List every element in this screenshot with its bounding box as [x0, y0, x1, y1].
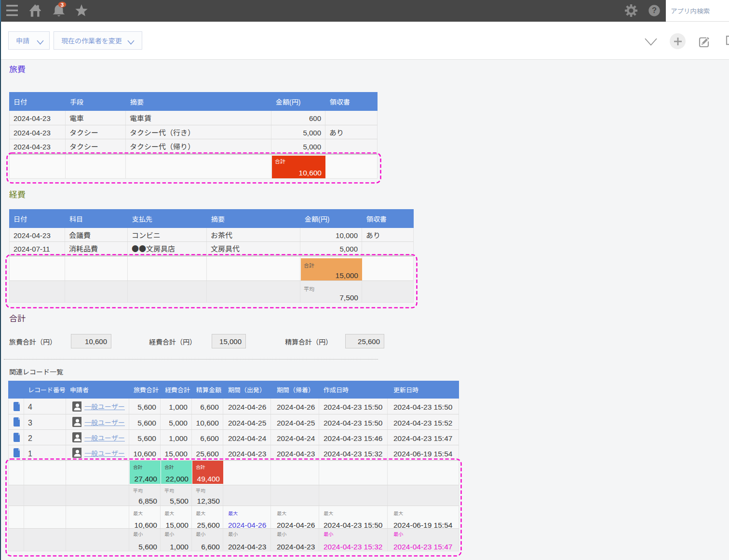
- svg-text:3: 3: [61, 2, 64, 8]
- svg-text:?: ?: [652, 6, 657, 14]
